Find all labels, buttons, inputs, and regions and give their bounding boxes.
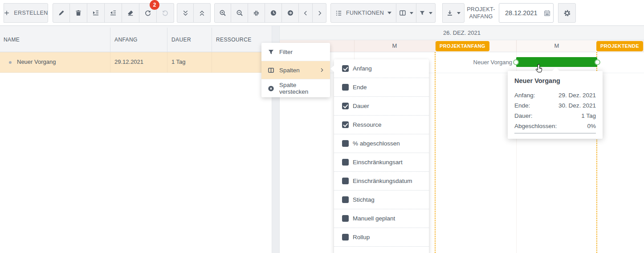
column-picker-submenu: Anfang Ende Dauer Ressource % abgeschlos… bbox=[334, 59, 429, 253]
double-chevron-down-icon bbox=[182, 10, 189, 17]
column-header-name[interactable]: NAME bbox=[4, 37, 20, 43]
project-start-field-label: PROJEKT-ANFANG bbox=[465, 6, 497, 20]
cell-dauer[interactable]: 1 Tag bbox=[171, 58, 186, 65]
toolbar: ERSTELLEN 2 bbox=[0, 0, 644, 26]
outdent-icon bbox=[110, 9, 117, 17]
week-label: 26. DEZ. 2021 bbox=[443, 29, 481, 36]
project-start-date-input[interactable] bbox=[505, 9, 543, 17]
tooltip-table: Anfang:29. Dez. 2021 Ende:30. Dez. 2021 … bbox=[514, 90, 596, 133]
checkbox[interactable] bbox=[342, 234, 349, 241]
submenu-item-einschraenkungsart[interactable]: Einschränkungsart bbox=[334, 153, 429, 172]
column-header-anfang[interactable]: ANFANG bbox=[114, 37, 138, 43]
indent-icon bbox=[92, 9, 99, 17]
columns-icon bbox=[399, 9, 406, 17]
settings-button[interactable] bbox=[558, 3, 576, 23]
checkbox[interactable] bbox=[342, 196, 349, 203]
checkbox[interactable] bbox=[342, 84, 349, 91]
zoom-in-icon bbox=[219, 9, 226, 17]
submenu-item-einschraenkungsdatum[interactable]: Einschränkungsdatum bbox=[334, 172, 429, 191]
create-button[interactable]: ERSTELLEN bbox=[4, 3, 48, 23]
undo-icon bbox=[144, 9, 151, 17]
features-menu-button[interactable]: FUNKTIONEN bbox=[330, 3, 396, 23]
zoom-in-button[interactable] bbox=[214, 3, 231, 23]
checkbox[interactable] bbox=[342, 65, 349, 72]
tooltip-row: Ende:30. Dez. 2021 bbox=[514, 100, 596, 111]
submenu-item-rollup[interactable]: Rollup bbox=[334, 228, 429, 247]
column-header-ressource[interactable]: RESSOURCE bbox=[216, 37, 252, 43]
edit-task-button[interactable] bbox=[53, 3, 70, 23]
task-resize-handle-left[interactable] bbox=[513, 59, 519, 65]
checkbox[interactable] bbox=[342, 121, 349, 128]
submenu-item-abgeschlossen[interactable]: % abgeschlossen bbox=[334, 134, 429, 153]
task-bar-label: Neuer Vorgang bbox=[445, 59, 512, 66]
calendar-icon[interactable] bbox=[543, 9, 551, 17]
compress-icon bbox=[253, 10, 260, 17]
column-resizer[interactable] bbox=[167, 28, 167, 52]
delete-task-button[interactable] bbox=[70, 3, 87, 23]
collapse-all-button[interactable] bbox=[194, 3, 211, 23]
checkbox[interactable] bbox=[342, 159, 349, 166]
chevron-right-icon bbox=[317, 10, 322, 16]
expand-all-button[interactable] bbox=[177, 3, 194, 23]
tree-leaf-icon bbox=[9, 61, 12, 64]
hide-column-icon bbox=[268, 85, 275, 92]
submenu-item-ende[interactable]: Ende bbox=[334, 78, 429, 97]
menu-item-spalten[interactable]: Spalten bbox=[261, 61, 330, 79]
scroll-left-button[interactable] bbox=[299, 3, 313, 23]
project-end-badge: PROJEKTENDE bbox=[596, 41, 643, 51]
zoom-out-icon bbox=[236, 9, 243, 17]
column-resizer[interactable] bbox=[110, 28, 110, 52]
clear-changes-button[interactable] bbox=[122, 3, 139, 23]
project-start-badge: PROJEKTANFANG bbox=[436, 41, 489, 51]
zoom-to-fit-button[interactable] bbox=[248, 3, 265, 23]
gear-icon bbox=[563, 9, 571, 17]
checkbox[interactable] bbox=[342, 103, 349, 109]
day-label-wednesday: M bbox=[516, 42, 597, 49]
submenu-item-ressource[interactable]: Ressource bbox=[334, 116, 429, 134]
column-picker-button[interactable] bbox=[396, 3, 416, 23]
export-button[interactable] bbox=[442, 3, 465, 23]
shift-next-button[interactable] bbox=[282, 3, 299, 23]
filter-menu-button[interactable] bbox=[416, 3, 436, 23]
grid-header: NAME ANFANG DAUER RESSOURCE bbox=[0, 26, 272, 52]
tooltip-row: Dauer:1 Tag bbox=[514, 111, 596, 121]
header-context-menu: Filter Spalten Spalte verstecken bbox=[261, 43, 330, 97]
shift-previous-button[interactable] bbox=[265, 3, 282, 23]
menu-item-filter[interactable]: Filter bbox=[261, 43, 330, 61]
scroll-right-button[interactable] bbox=[313, 3, 326, 23]
chevron-left-icon bbox=[303, 10, 309, 16]
column-resizer[interactable] bbox=[212, 28, 212, 52]
cell-name[interactable]: Neuer Vorgang bbox=[17, 58, 56, 65]
checkbox[interactable] bbox=[342, 140, 349, 147]
checkbox[interactable] bbox=[342, 178, 349, 184]
project-start-date-field bbox=[499, 3, 554, 23]
submenu-item-manuell-geplant[interactable]: Manuell geplant bbox=[334, 209, 429, 228]
menu-item-label: Filter bbox=[279, 49, 293, 55]
task-tooltip: Neuer Vorgang Anfang:29. Dez. 2021 Ende:… bbox=[508, 71, 603, 139]
menu-item-spalte-verstecken[interactable]: Spalte verstecken bbox=[261, 79, 330, 97]
submenu-item-stichtag[interactable]: Stichtag bbox=[334, 191, 429, 209]
caret-down-icon bbox=[387, 12, 391, 14]
zoom-out-button[interactable] bbox=[231, 3, 248, 23]
menu-item-label: Spalte verstecken bbox=[279, 82, 325, 95]
chevron-right-icon bbox=[319, 67, 325, 73]
outdent-button[interactable] bbox=[105, 3, 122, 23]
task-bar[interactable] bbox=[516, 57, 597, 67]
submenu-item-dauer[interactable]: Dauer bbox=[334, 97, 429, 116]
create-button-label: ERSTELLEN bbox=[14, 10, 48, 16]
timeline-week-header: 26. DEZ. 2021 bbox=[280, 26, 644, 40]
trash-icon bbox=[75, 9, 82, 17]
pencil-icon bbox=[58, 9, 65, 17]
submenu-item-anfang[interactable]: Anfang bbox=[334, 59, 429, 78]
indent-button[interactable] bbox=[87, 3, 105, 23]
task-row[interactable]: Neuer Vorgang 29.12.2021 1 Tag bbox=[0, 52, 272, 73]
menu-item-label: Spalten bbox=[279, 67, 300, 74]
plus-icon bbox=[4, 10, 10, 16]
checkbox[interactable] bbox=[342, 215, 349, 222]
redo-button[interactable] bbox=[157, 3, 174, 23]
cell-anfang[interactable]: 29.12.2021 bbox=[114, 58, 143, 65]
task-resize-handle-right[interactable] bbox=[595, 59, 600, 65]
undo-count-badge: 2 bbox=[150, 0, 159, 10]
column-header-dauer[interactable]: DAUER bbox=[171, 37, 191, 43]
features-menu-label: FUNKTIONEN bbox=[346, 10, 384, 16]
